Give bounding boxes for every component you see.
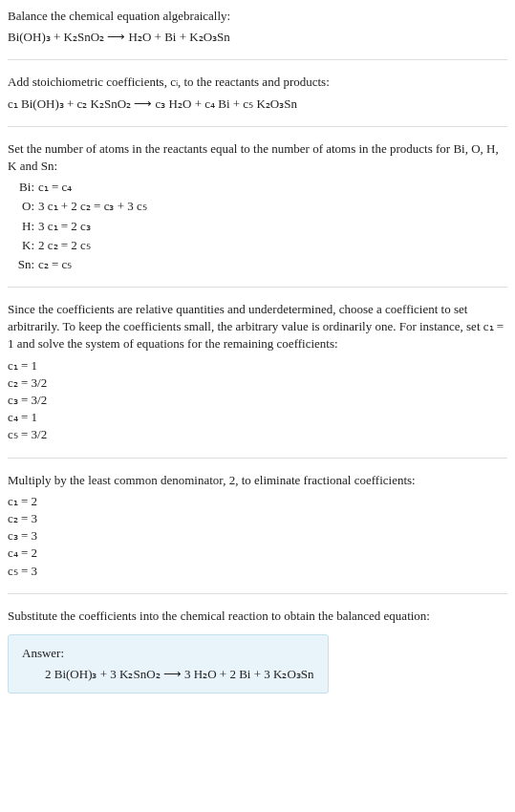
atom-eq: c₁ = c₄ [38, 179, 507, 196]
coeff-line: c₃ = 3/2 [8, 392, 507, 409]
answer-label: Answer: [22, 645, 314, 662]
coeff-line: c₅ = 3/2 [8, 426, 507, 443]
divider [8, 458, 507, 459]
atom-eq: 2 c₂ = 2 c₅ [38, 237, 507, 254]
atoms-text: Set the number of atoms in the reactants… [8, 140, 507, 175]
section-intro: Balance the chemical equation algebraica… [8, 8, 507, 46]
atom-el: K: [8, 237, 34, 254]
intro-text: Balance the chemical equation algebraica… [8, 8, 507, 25]
divider [8, 126, 507, 127]
atom-eq: 3 c₁ = 2 c₃ [38, 218, 507, 235]
intro-equation: Bi(OH)₃ + K₂SnO₂ ⟶ H₂O + Bi + K₂O₃Sn [8, 29, 507, 46]
atom-el: Sn: [8, 256, 34, 273]
relative-text: Since the coefficients are relative quan… [8, 301, 507, 353]
atom-eq: c₂ = c₅ [38, 256, 507, 273]
divider [8, 593, 507, 594]
atom-el: O: [8, 198, 34, 215]
coeff-line: c₂ = 3 [8, 510, 507, 527]
coeff-line: c₅ = 3 [8, 563, 507, 580]
coeff-line: c₁ = 2 [8, 493, 507, 510]
coeff-line: c₄ = 1 [8, 409, 507, 426]
atom-eq: 3 c₁ + 2 c₂ = c₃ + 3 c₅ [38, 198, 507, 215]
section-stoich: Add stoichiometric coefficients, cᵢ, to … [8, 74, 507, 112]
int-coeff-list: c₁ = 2 c₂ = 3 c₃ = 3 c₄ = 2 c₅ = 3 [8, 493, 507, 580]
section-atoms: Set the number of atoms in the reactants… [8, 140, 507, 273]
divider [8, 287, 507, 288]
section-substitute: Substitute the coefficients into the che… [8, 608, 507, 694]
answer-box: Answer: 2 Bi(OH)₃ + 3 K₂SnO₂ ⟶ 3 H₂O + 2… [8, 634, 329, 694]
section-lcd: Multiply by the least common denominator… [8, 472, 507, 580]
coeff-line: c₃ = 3 [8, 527, 507, 545]
frac-coeff-list: c₁ = 1 c₂ = 3/2 c₃ = 3/2 c₄ = 1 c₅ = 3/2 [8, 357, 507, 444]
atom-el: Bi: [8, 179, 34, 196]
atom-table: Bi: c₁ = c₄ O: 3 c₁ + 2 c₂ = c₃ + 3 c₅ H… [8, 179, 507, 273]
coeff-line: c₁ = 1 [8, 357, 507, 374]
coeff-line: c₂ = 3/2 [8, 374, 507, 392]
section-relative: Since the coefficients are relative quan… [8, 301, 507, 444]
divider [8, 59, 507, 60]
answer-equation: 2 Bi(OH)₃ + 3 K₂SnO₂ ⟶ 3 H₂O + 2 Bi + 3 … [45, 667, 314, 681]
atom-el: H: [8, 218, 34, 235]
coeff-line: c₄ = 2 [8, 545, 507, 562]
substitute-text: Substitute the coefficients into the che… [8, 608, 507, 625]
stoich-text: Add stoichiometric coefficients, cᵢ, to … [8, 74, 507, 91]
stoich-equation: c₁ Bi(OH)₃ + c₂ K₂SnO₂ ⟶ c₃ H₂O + c₄ Bi … [8, 96, 507, 113]
lcd-text: Multiply by the least common denominator… [8, 472, 507, 489]
